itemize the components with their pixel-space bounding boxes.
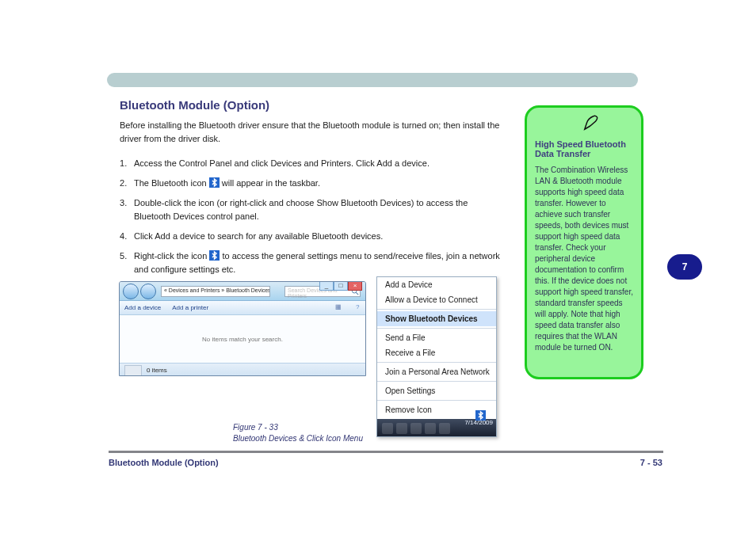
tray-icon[interactable] [425,423,436,434]
menu-show-devices[interactable]: Show Bluetooth Devices [377,311,496,326]
empty-message: No items match your search. [202,336,283,343]
back-button[interactable] [123,284,139,299]
minimize-button[interactable]: _ [319,281,334,291]
menu-separator [377,381,496,382]
step-5: Right-click the icon to access the gener… [120,249,500,276]
tray-icon[interactable] [382,423,393,434]
figure-label: Figure 7 - 33 [233,423,278,432]
status-count: 0 items [147,367,167,374]
help-icon[interactable]: ? [356,303,365,313]
footer-divider [109,451,663,453]
status-bar: 0 items [120,363,365,376]
step-4: Click Add a device to search for any ava… [120,230,500,243]
tray-icon[interactable] [439,423,450,434]
menu-send-file[interactable]: Send a File [377,330,496,345]
add-printer-button[interactable]: Add a printer [172,304,208,311]
bluetooth-icon [209,250,220,261]
menu-separator [377,362,496,363]
view-icon[interactable]: ▦ [335,303,345,313]
pen-icon [582,114,600,131]
menu-receive-file[interactable]: Receive a File [377,345,496,360]
step-2: The Bluetooth icon will appear in the ta… [120,177,500,190]
menu-separator [377,309,496,310]
forward-button[interactable] [140,284,156,299]
maximize-button[interactable]: □ [334,281,348,291]
add-device-button[interactable]: Add a device [124,304,161,311]
menu-add-device[interactable]: Add a Device [377,277,496,292]
intro-paragraph: Before installing the Bluetooth driver e… [120,119,500,146]
taskbar: 7/14/2009 [377,419,496,436]
bluetooth-icon [209,177,220,188]
section-divider [107,73,638,87]
explorer-window: « Devices and Printers » Bluetooth Devic… [119,281,366,376]
figure-caption: Bluetooth Devices & Click Icon Menu [233,434,363,443]
menu-separator [377,400,496,401]
page-title: Bluetooth Module (Option) [120,98,269,112]
close-button[interactable]: × [348,281,362,291]
note-text: The Combination Wireless LAN & Bluetooth… [535,165,633,353]
menu-open-settings[interactable]: Open Settings [377,383,496,398]
breadcrumb[interactable]: « Devices and Printers » Bluetooth Devic… [161,286,270,297]
step-1: Access the Control Panel and click Devic… [120,157,500,170]
svg-line-4 [356,292,358,295]
window-controls: _ □ × [319,281,362,291]
note-panel: High Speed Bluetooth Data Transfer The C… [525,105,643,379]
step-3: Double-click the icon (or right-click an… [120,196,500,223]
chapter-tab: 7 [667,254,702,280]
tray-icon[interactable] [410,423,422,434]
document-page [107,0,662,87]
menu-join-pan[interactable]: Join a Personal Area Network [377,364,496,379]
menu-separator [377,328,496,329]
note-title: High Speed Bluetooth Data Transfer [535,139,633,158]
tray-icon[interactable] [396,423,407,434]
command-bar: Add a device Add a printer ▦ ? [120,301,365,315]
footer-right: 7 - 53 [640,458,662,467]
menu-allow-connect[interactable]: Allow a Device to Connect [377,292,496,307]
thumbnail-icon [124,365,142,376]
body-text: Before installing the Bluetooth driver e… [120,119,500,283]
content-area: No items match your search. [120,315,365,363]
footer-left: Bluetooth Module (Option) [109,458,219,467]
steps-list: Access the Control Panel and click Devic… [120,157,500,276]
bluetooth-icon[interactable] [475,410,487,421]
